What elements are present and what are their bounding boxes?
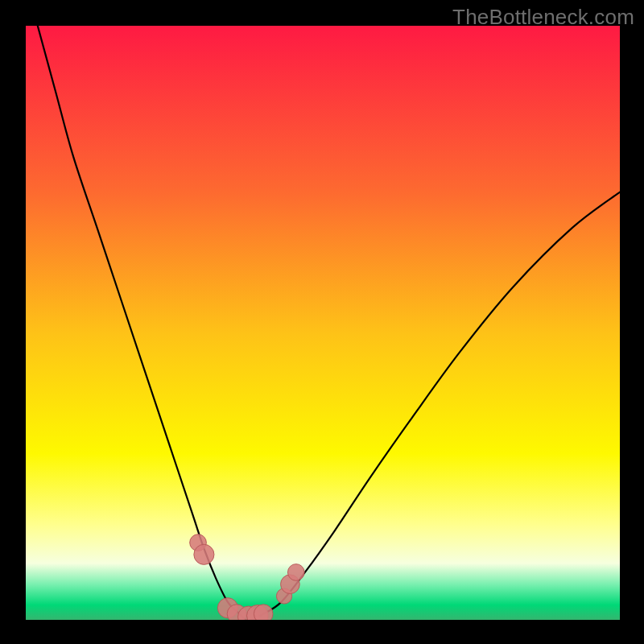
marker-point xyxy=(254,605,273,620)
marker-point xyxy=(287,564,304,581)
chart-svg xyxy=(26,26,620,620)
chart-frame: TheBottleneck.com xyxy=(0,0,644,644)
marker-point xyxy=(194,544,214,564)
plot-area xyxy=(26,26,620,620)
watermark-text: TheBottleneck.com xyxy=(452,5,634,30)
gradient-background xyxy=(26,26,620,620)
